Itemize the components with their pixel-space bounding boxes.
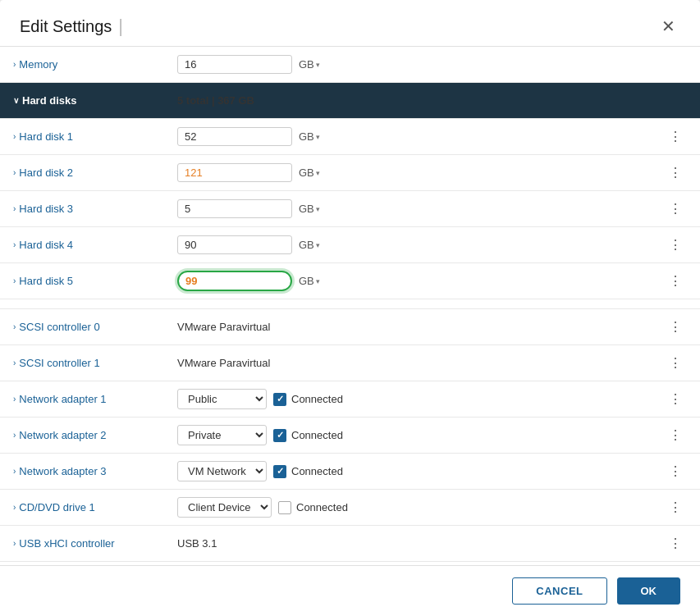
- cd-dvd-connected: Connected: [278, 501, 348, 514]
- gap-separator: [0, 299, 700, 309]
- hard-disk-5-label: › Hard disk 5: [13, 275, 177, 287]
- hard-disk-3-label: › Hard disk 3: [13, 203, 177, 215]
- hd5-menu-button[interactable]: ⋮: [666, 271, 685, 290]
- net2-chevron: ›: [13, 431, 16, 440]
- scsi-1-value: VMware Paravirtual: [177, 357, 664, 369]
- cddvd-menu-button[interactable]: ⋮: [666, 498, 685, 517]
- hard-disk-3-row: › Hard disk 3 GB ▾ ⋮: [0, 191, 700, 227]
- cd-dvd-device-select[interactable]: Client Device: [177, 497, 272, 518]
- net-1-network-select[interactable]: Public Private VM Network: [177, 389, 267, 409]
- memory-input[interactable]: [177, 55, 292, 74]
- hd4-unit[interactable]: GB ▾: [299, 239, 320, 251]
- hd2-actions: ⋮: [664, 163, 687, 182]
- net1-menu-button[interactable]: ⋮: [666, 390, 685, 408]
- hd3-menu-button[interactable]: ⋮: [666, 199, 685, 218]
- net-2-label: › Network adapter 2: [13, 429, 177, 441]
- hd1-chevron: ›: [13, 132, 16, 141]
- hard-disk-4-label: › Hard disk 4: [13, 239, 177, 251]
- hard-disk-2-label: › Hard disk 2: [13, 167, 177, 179]
- hd5-unit[interactable]: GB ▾: [299, 275, 320, 287]
- network-adapter-2-row: › Network adapter 2 Private Public VM Ne…: [0, 418, 700, 454]
- net3-chevron: ›: [13, 467, 16, 476]
- network-adapter-1-row: › Network adapter 1 Public Private VM Ne…: [0, 381, 700, 418]
- cd-dvd-checkbox[interactable]: [278, 501, 291, 514]
- ok-button[interactable]: OK: [617, 577, 681, 605]
- hd1-menu-button[interactable]: ⋮: [666, 127, 685, 146]
- usb-menu-button[interactable]: ⋮: [666, 534, 685, 553]
- cd-dvd-row: › CD/DVD drive 1 Client Device Connected…: [0, 490, 700, 526]
- hd4-actions: ⋮: [664, 235, 687, 254]
- hd2-chevron: ›: [13, 168, 16, 177]
- scsi-0-label: › SCSI controller 0: [13, 321, 177, 333]
- hard-disk-1-input[interactable]: [177, 127, 292, 146]
- net-1-connected: ✓ Connected: [273, 393, 343, 406]
- hd2-menu-button[interactable]: ⋮: [666, 163, 685, 182]
- dialog-body: › Memory GB ▾ ∨ Hard disks 5 total | 367…: [0, 47, 700, 565]
- hd1-actions: ⋮: [664, 127, 687, 146]
- net-2-network-select[interactable]: Private Public VM Network: [177, 425, 267, 445]
- net-1-checkbox[interactable]: ✓: [273, 393, 286, 406]
- hard-disks-header: ∨ Hard disks 5 total | 367 GB: [0, 83, 700, 119]
- net-2-connected: ✓ Connected: [273, 429, 343, 442]
- hard-disk-5-input[interactable]: [177, 271, 292, 291]
- scsi0-menu-button[interactable]: ⋮: [666, 317, 685, 336]
- scsi0-actions: ⋮: [664, 317, 687, 336]
- cddvd-chevron: ›: [13, 503, 16, 512]
- memory-value: GB ▾: [177, 55, 687, 74]
- hd4-menu-button[interactable]: ⋮: [666, 235, 685, 254]
- hard-disk-4-row: › Hard disk 4 GB ▾ ⋮: [0, 227, 700, 263]
- scsi-0-value: VMware Paravirtual: [177, 321, 664, 333]
- hd1-unit[interactable]: GB ▾: [299, 130, 320, 143]
- net2-menu-button[interactable]: ⋮: [666, 426, 685, 445]
- net-3-value: VM Network Public Private ✓ Connected: [177, 461, 664, 481]
- hd5-chevron: ›: [13, 276, 16, 285]
- memory-unit[interactable]: GB ▾: [299, 58, 320, 71]
- hd2-unit[interactable]: GB ▾: [299, 167, 320, 179]
- net-2-value: Private Public VM Network ✓ Connected: [177, 425, 664, 445]
- scsi1-chevron: ›: [13, 358, 16, 367]
- hard-disk-3-input[interactable]: [177, 199, 292, 218]
- dialog-title-text: Edit Settings: [20, 17, 112, 36]
- net-1-value: Public Private VM Network ✓ Connected: [177, 389, 664, 409]
- usb-chevron: ›: [13, 539, 16, 548]
- net1-chevron: ›: [13, 395, 16, 404]
- hard-disk-2-input[interactable]: [177, 163, 292, 182]
- net2-actions: ⋮: [664, 426, 687, 445]
- scsi-controller-1-row: › SCSI controller 1 VMware Paravirtual ⋮: [0, 345, 700, 381]
- net-3-checkbox[interactable]: ✓: [273, 465, 286, 478]
- cd-dvd-label: › CD/DVD drive 1: [13, 501, 177, 513]
- hard-disk-2-value: GB ▾: [177, 163, 664, 182]
- usb-value: USB 3.1: [177, 537, 664, 550]
- hard-disks-header-label: ∨ Hard disks: [13, 94, 177, 107]
- usb-actions: ⋮: [664, 534, 687, 553]
- close-button[interactable]: ✕: [657, 15, 680, 38]
- memory-chevron: ›: [13, 60, 16, 69]
- hd3-unit[interactable]: GB ▾: [299, 203, 320, 215]
- hard-disks-chevron: ∨: [13, 96, 19, 105]
- net-3-network-select[interactable]: VM Network Public Private: [177, 461, 267, 481]
- hard-disk-1-value: GB ▾: [177, 127, 664, 146]
- hd4-chevron: ›: [13, 240, 16, 249]
- net-1-label: › Network adapter 1: [13, 393, 177, 405]
- dialog-title: Edit Settings |: [20, 16, 123, 37]
- hard-disk-4-input[interactable]: [177, 235, 292, 254]
- cd-dvd-value: Client Device Connected: [177, 497, 664, 518]
- hard-disk-4-value: GB ▾: [177, 235, 664, 254]
- hard-disk-2-row: › Hard disk 2 GB ▾ ⋮: [0, 155, 700, 191]
- usb-label: › USB xHCI controller: [13, 537, 177, 550]
- hd3-actions: ⋮: [664, 199, 687, 218]
- hard-disk-1-row: › Hard disk 1 GB ▾ ⋮: [0, 119, 700, 155]
- memory-row: › Memory GB ▾: [0, 47, 700, 83]
- memory-label: › Memory: [13, 58, 177, 71]
- net3-menu-button[interactable]: ⋮: [666, 462, 685, 481]
- usb-row: › USB xHCI controller USB 3.1 ⋮: [0, 526, 700, 562]
- hard-disk-5-value: GB ▾: [177, 271, 664, 291]
- cancel-button[interactable]: CANCEL: [512, 577, 606, 605]
- scsi0-chevron: ›: [13, 322, 16, 331]
- hd3-chevron: ›: [13, 204, 16, 213]
- scsi-1-label: › SCSI controller 1: [13, 357, 177, 369]
- scsi1-menu-button[interactable]: ⋮: [666, 354, 685, 372]
- hd5-actions: ⋮: [664, 271, 687, 290]
- net-2-checkbox[interactable]: ✓: [273, 429, 286, 442]
- hard-disk-1-label: › Hard disk 1: [13, 130, 177, 143]
